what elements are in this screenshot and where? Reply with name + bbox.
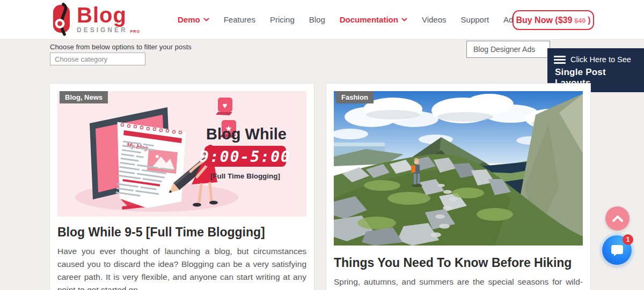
post-category-label: Blog, News — [65, 93, 103, 101]
logo-pro-label: PRO — [130, 29, 140, 34]
nav-pricing-label: Pricing — [270, 15, 295, 24]
nav-demo-label: Demo — [178, 15, 200, 24]
blog-designer-logo-icon — [52, 3, 72, 36]
post-title[interactable]: Blog While 9-5 [Full Time Blogging] — [57, 225, 306, 240]
blog-designer-ads-box[interactable]: Blog Designer Ads — [466, 41, 550, 58]
logo-title: Blog — [77, 4, 140, 26]
chevron-up-icon — [612, 215, 623, 222]
post-excerpt: Have you ever thought of launching a blo… — [57, 245, 306, 290]
post-excerpt: Spring, autumns, and summers are the spe… — [334, 276, 583, 290]
chat-notification-badge[interactable]: 1 — [623, 234, 633, 245]
post-featured-image[interactable]: Fashion — [334, 91, 583, 246]
hamburger-icon — [554, 56, 566, 64]
buy-now-old-price: $49 — [574, 17, 586, 25]
banner-row: Click Here to See — [554, 55, 644, 64]
chevron-down-icon — [203, 18, 209, 21]
post-featured-image[interactable]: Blog, News My b — [57, 91, 306, 217]
nav-item-documentation[interactable]: Documentation — [340, 15, 407, 24]
site-logo[interactable]: Blog DESIGNER PRO — [52, 3, 140, 36]
category-filter-input[interactable] — [50, 53, 145, 65]
site-header: Blog DESIGNER PRO Demo Features Pricing … — [0, 0, 644, 40]
post-category-badge[interactable]: Fashion — [336, 91, 374, 103]
scroll-to-top-button[interactable] — [605, 206, 630, 230]
logo-text-block: Blog DESIGNER PRO — [77, 4, 140, 34]
heart-icon: ♥ — [216, 98, 232, 115]
clock-digits: 9:00-5:00 — [200, 148, 291, 166]
post-category-badge[interactable]: Blog, News — [60, 91, 108, 103]
banner-line1: Click Here to See — [570, 55, 631, 64]
buy-now-button[interactable]: Buy Now ($39 $49 ) — [513, 10, 594, 30]
buy-now-close-paren: ) — [588, 16, 590, 25]
nav-item-blog[interactable]: Blog — [309, 15, 325, 24]
svg-text:♥: ♥ — [223, 101, 228, 110]
logo-subtitle: DESIGNER — [77, 26, 128, 34]
post-card-blog-while: Blog, News My b — [49, 83, 314, 290]
illustration-heading: Blog While — [206, 125, 287, 143]
nav-features-label: Features — [224, 15, 255, 24]
hiking-photo — [334, 91, 583, 246]
nav-item-features[interactable]: Features — [224, 15, 255, 24]
main-nav: Demo Features Pricing Blog Documentation… — [178, 0, 540, 39]
post-title[interactable]: Things You Need To Know Before Hiking — [334, 255, 583, 270]
nav-item-videos[interactable]: Videos — [422, 15, 447, 24]
nav-item-pricing[interactable]: Pricing — [270, 15, 295, 24]
filter-instructions: Choose from below options to filter your… — [50, 43, 192, 51]
nav-item-demo[interactable]: Demo — [178, 15, 209, 24]
chevron-down-icon — [401, 18, 407, 21]
nav-item-support[interactable]: Support — [461, 15, 489, 24]
buy-now-label: Buy Now ($39 — [516, 16, 572, 25]
chat-icon — [611, 244, 624, 256]
blog-while-illustration: My blog — [57, 91, 306, 217]
nav-documentation-label: Documentation — [340, 15, 398, 24]
nav-blog-label: Blog — [309, 15, 325, 24]
nav-support-label: Support — [461, 15, 489, 24]
illustration-caption: [Full Time Blogging] — [210, 172, 280, 180]
post-category-label: Fashion — [341, 93, 368, 101]
ads-box-label: Blog Designer Ads — [473, 45, 535, 54]
nav-videos-label: Videos — [422, 15, 447, 24]
post-card-hiking: Fashion — [326, 83, 591, 290]
